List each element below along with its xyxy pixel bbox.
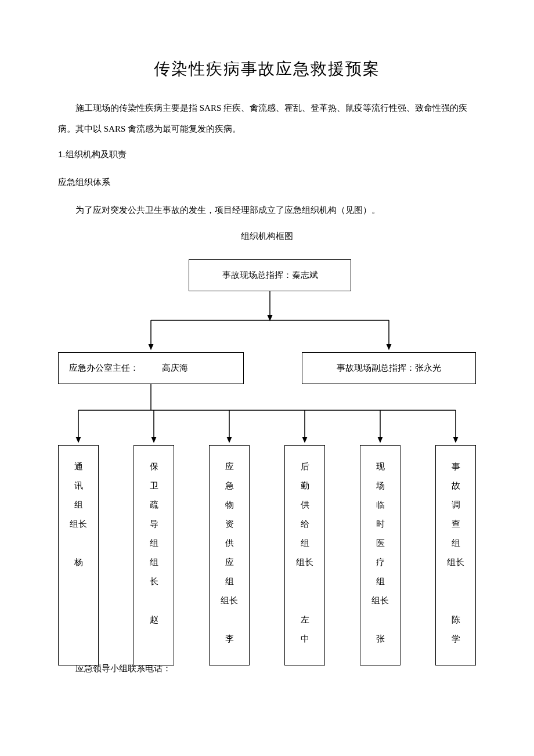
org-bottom-line: 赵 <box>150 610 158 630</box>
chart-caption: 组织机构框图 <box>58 231 476 242</box>
org-mid-right-label: 事故现场副总指挥：张永光 <box>337 363 441 374</box>
org-bottom-line <box>454 572 457 591</box>
org-bottom-line: 物 <box>225 495 234 515</box>
org-bottom-line: 疏 <box>150 495 158 515</box>
org-bottom-line <box>454 591 457 610</box>
intro-paragraph: 施工现场的传染性疾病主要是指 SARS 疟疾、禽流感、霍乱、登革热、鼠疫等流行性… <box>58 97 476 139</box>
org-bottom-box-1: 通讯组组长 杨 <box>58 445 99 665</box>
org-chart: 事故现场总指挥：秦志斌 应急办公室主任： 高庆海 事故现场副总指挥：张永光 通讯… <box>58 259 476 665</box>
org-mid-left-name: 高庆海 <box>162 363 188 374</box>
org-bottom-line: 组 <box>301 534 309 553</box>
org-bottom-line <box>304 572 306 591</box>
org-bottom-box-2: 保卫疏导组组长 赵 <box>134 445 174 665</box>
org-mid-right-box: 事故现场副总指挥：张永光 <box>302 352 476 384</box>
org-bottom-line: 查 <box>452 515 460 534</box>
org-bottom-line: 事 <box>452 457 460 476</box>
org-bottom-line: 李 <box>225 630 234 649</box>
org-bottom-line: 组长 <box>371 591 389 610</box>
org-bottom-line: 故 <box>452 476 460 495</box>
org-bottom-line: 临 <box>376 495 385 515</box>
org-bottom-line: 组 <box>150 553 158 572</box>
org-bottom-line: 应 <box>225 553 234 572</box>
org-bottom-line: 杨 <box>74 553 83 572</box>
org-bottom-box-6: 事故调查组组长 陈学 <box>435 445 476 665</box>
paragraph-2: 为了应对突发公共卫生事故的发生，项目经理部成立了应急组织机构（见图）。 <box>58 200 476 220</box>
org-bottom-line: 急 <box>225 476 234 495</box>
org-top-box: 事故现场总指挥：秦志斌 <box>189 259 351 291</box>
org-bottom-line: 资 <box>225 515 234 534</box>
org-bottom-line <box>228 610 230 630</box>
org-bottom-line <box>77 534 80 553</box>
org-bottom-line: 组 <box>150 534 158 553</box>
org-bottom-line: 保 <box>150 457 158 476</box>
org-bottom-line: 左 <box>301 610 309 630</box>
org-bottom-line: 张 <box>376 630 385 649</box>
org-bottom-line: 疗 <box>376 553 385 572</box>
org-bottom-line: 组长 <box>296 553 313 572</box>
org-bottom-line: 勤 <box>301 476 309 495</box>
sub-heading-1: 应急组织体系 <box>58 172 476 193</box>
org-bottom-line: 场 <box>376 476 385 495</box>
org-bottom-line: 时 <box>376 515 385 534</box>
org-bottom-line: 陈 <box>452 610 460 630</box>
org-bottom-line <box>379 610 381 630</box>
org-bottom-line: 卫 <box>150 476 158 495</box>
org-bottom-box-5: 现场临时医疗组组长 张 <box>360 445 400 665</box>
org-bottom-line: 给 <box>301 515 309 534</box>
org-bottom-box-3: 应急物资供应组组长 李 <box>209 445 250 665</box>
org-bottom-line: 后 <box>301 457 309 476</box>
org-bottom-line: 学 <box>452 630 460 649</box>
org-bottom-line: 组长 <box>447 553 464 572</box>
org-bottom-line: 调 <box>452 495 460 515</box>
org-bottom-line: 现 <box>376 457 385 476</box>
org-bottom-line: 组 <box>376 572 385 591</box>
org-bottom-line: 组 <box>74 495 83 515</box>
org-bottom-line: 组 <box>452 534 460 553</box>
org-bottom-line: 中 <box>301 630 309 649</box>
org-bottom-line: 供 <box>301 495 309 515</box>
org-mid-left-prefix: 应急办公室主任： <box>69 363 139 374</box>
org-bottom-line <box>304 591 306 610</box>
org-bottom-line: 供 <box>225 534 234 553</box>
org-bottom-line: 导 <box>150 515 158 534</box>
org-bottom-line <box>153 591 155 610</box>
org-top-label: 事故现场总指挥：秦志斌 <box>222 270 318 281</box>
org-bottom-line: 长 <box>150 572 158 591</box>
org-bottom-box-4: 后勤供给组组长 左中 <box>284 445 325 665</box>
org-mid-left-box: 应急办公室主任： 高庆海 <box>58 352 244 384</box>
page-title: 传染性疾病事故应急救援预案 <box>58 58 476 80</box>
chart-connectors <box>58 259 476 665</box>
org-bottom-line: 医 <box>376 534 385 553</box>
org-bottom-line: 应 <box>225 457 234 476</box>
org-bottom-line: 通 <box>74 457 83 476</box>
org-bottom-line: 讯 <box>74 476 83 495</box>
section-heading-1: 1.组织机构及职责 <box>58 144 476 165</box>
org-bottom-line: 组长 <box>70 515 87 534</box>
org-bottom-line: 组 <box>225 572 234 591</box>
org-bottom-line: 组长 <box>221 591 238 610</box>
